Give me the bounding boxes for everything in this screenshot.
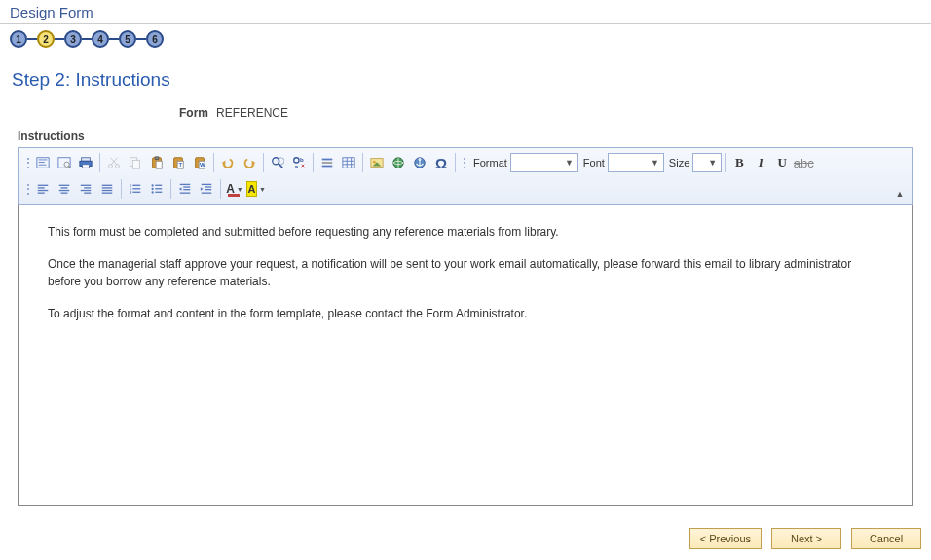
print-button[interactable] [75, 152, 96, 173]
svg-marker-79 [179, 187, 182, 191]
svg-text:T: T [178, 161, 182, 168]
step-heading: Step 2: Instructions [0, 52, 931, 102]
svg-point-29 [278, 158, 284, 165]
bold-button[interactable]: B [728, 152, 750, 173]
horizontal-rule-button[interactable] [317, 152, 338, 173]
step-connector [109, 38, 119, 40]
format-dropdown[interactable]: ▼ [510, 153, 578, 172]
svg-text:b: b [300, 156, 304, 163]
svg-rect-76 [155, 192, 162, 193]
svg-rect-9 [83, 165, 90, 168]
editor-toolbar: T W ba [18, 147, 913, 205]
svg-rect-49 [38, 185, 49, 186]
svg-rect-50 [38, 187, 45, 188]
font-label: Font [583, 157, 605, 168]
align-center-button[interactable] [54, 178, 75, 200]
highlight-color-button[interactable]: A ▼ [245, 178, 267, 200]
text-color-button[interactable]: A ▼ [224, 178, 245, 200]
cancel-button[interactable]: Cancel [851, 528, 921, 549]
step-5[interactable]: 5 [119, 30, 136, 48]
chevron-down-icon: ▼ [708, 158, 717, 168]
instruction-paragraph: To adjust the format and content in the … [48, 306, 883, 322]
source-button[interactable] [32, 152, 54, 173]
step-4[interactable]: 4 [92, 30, 109, 48]
outdent-button[interactable] [174, 178, 196, 200]
replace-button[interactable]: ba [288, 152, 310, 173]
svg-rect-18 [156, 161, 162, 168]
align-justify-button[interactable] [96, 178, 118, 200]
link-button[interactable] [388, 152, 409, 173]
italic-button[interactable]: I [750, 152, 771, 173]
align-right-button[interactable] [75, 178, 96, 200]
bulleted-list-button[interactable] [146, 178, 168, 200]
redo-button[interactable] [239, 152, 260, 173]
anchor-button[interactable] [409, 152, 430, 173]
numbered-list-button[interactable]: 123 [125, 178, 146, 200]
toolbar-separator [362, 153, 363, 172]
find-button[interactable] [267, 152, 288, 173]
form-name-row: Form REFERENCE [0, 102, 931, 130]
svg-text:a: a [295, 163, 299, 169]
svg-rect-68 [132, 188, 140, 189]
svg-line-12 [111, 158, 117, 165]
svg-rect-3 [39, 165, 47, 166]
step-3[interactable]: 3 [64, 30, 82, 48]
previous-button[interactable]: < Previous [689, 528, 762, 549]
paste-word-button[interactable]: W [189, 152, 210, 173]
preview-button[interactable] [54, 152, 75, 173]
image-button[interactable] [366, 152, 388, 173]
strikethrough-button[interactable]: abc [793, 152, 814, 173]
indent-button[interactable] [196, 178, 217, 200]
chevron-down-icon: ▼ [651, 158, 659, 168]
instructions-label: Instructions [0, 130, 931, 147]
instruction-paragraph: This form must be completed and submitte… [48, 224, 883, 241]
svg-point-75 [151, 191, 153, 193]
size-dropdown[interactable]: ▼ [692, 153, 722, 172]
step-1[interactable]: 1 [10, 30, 27, 48]
form-name-label: Form [12, 106, 216, 120]
svg-text:W: W [200, 161, 205, 168]
svg-rect-64 [102, 193, 113, 194]
toolbar-separator [170, 179, 171, 199]
svg-rect-51 [38, 190, 49, 191]
toolbar-grip-icon [24, 178, 30, 200]
chevron-down-icon: ▼ [565, 158, 574, 168]
svg-rect-61 [102, 185, 113, 186]
toolbar-separator [313, 153, 314, 172]
toolbar-separator [220, 179, 221, 199]
svg-rect-86 [202, 193, 212, 194]
svg-rect-35 [322, 166, 333, 168]
svg-point-73 [151, 188, 153, 190]
step-6[interactable]: 6 [146, 30, 164, 48]
table-button[interactable] [338, 152, 359, 173]
undo-button[interactable] [217, 152, 239, 173]
svg-marker-84 [201, 187, 204, 191]
svg-rect-82 [202, 184, 212, 185]
instruction-paragraph: Once the managerial staff approve your r… [48, 256, 883, 290]
copy-button[interactable] [125, 152, 146, 173]
svg-rect-60 [84, 193, 91, 194]
svg-rect-83 [205, 186, 211, 187]
paste-button[interactable] [146, 152, 168, 173]
svg-rect-56 [61, 193, 68, 194]
font-dropdown[interactable]: ▼ [608, 153, 664, 172]
toolbar-separator [455, 153, 456, 172]
svg-rect-52 [38, 193, 45, 194]
toolbar-grip-icon [461, 152, 466, 173]
cut-button[interactable] [103, 152, 125, 173]
svg-rect-34 [322, 162, 333, 164]
collapse-toolbar-icon[interactable]: ▲ [893, 188, 907, 200]
svg-rect-17 [155, 157, 159, 160]
editor-content-area[interactable]: This form must be completed and submitte… [18, 205, 913, 506]
next-button[interactable]: Next > [771, 528, 841, 549]
toolbar-separator [725, 153, 726, 172]
paste-text-button[interactable]: T [168, 152, 189, 173]
toolbar-row-1: T W ba [20, 150, 911, 175]
svg-rect-2 [39, 162, 45, 163]
step-2[interactable]: 2 [37, 30, 55, 48]
underline-button[interactable]: U [771, 152, 793, 173]
align-left-button[interactable] [32, 178, 54, 200]
special-char-button[interactable]: Ω [430, 152, 452, 173]
svg-rect-15 [132, 160, 139, 168]
svg-rect-62 [102, 187, 113, 188]
